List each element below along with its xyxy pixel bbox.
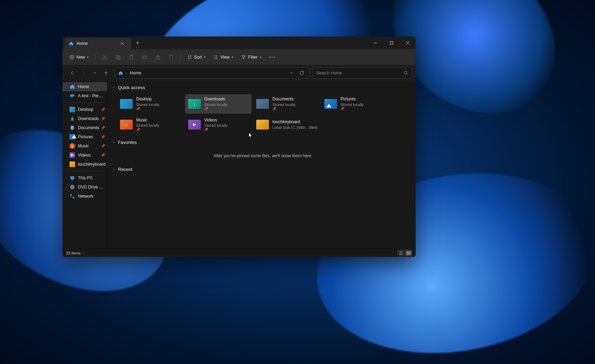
details-view-button[interactable]: [397, 250, 404, 256]
svg-point-3: [105, 58, 107, 59]
sidebar-item-thispc[interactable]: › This PC: [62, 173, 107, 183]
music-icon: [70, 143, 75, 149]
new-icon: [70, 55, 74, 60]
chevron-right-icon[interactable]: ›: [64, 194, 68, 198]
sidebar-item-touchkeyboard[interactable]: touchkeyboard: [62, 160, 107, 169]
address-bar[interactable]: › Home: [115, 67, 310, 79]
chevron-right-icon[interactable]: ›: [64, 185, 68, 189]
section-label: Quick access: [118, 85, 145, 90]
tab-close-button[interactable]: [117, 39, 127, 48]
quick-access-item-pictures[interactable]: PicturesStored locally📌: [322, 94, 388, 113]
svg-rect-0: [390, 41, 393, 44]
separator: [66, 102, 104, 103]
desktop-icon: [120, 99, 133, 109]
copy-icon: [115, 54, 121, 60]
view-button[interactable]: View ▾: [210, 53, 237, 62]
item-sublabel: Local Disk (C:)\Win...\Web: [272, 125, 318, 130]
quick-access-item-touchkeyboard[interactable]: touchkeyboardLocal Disk (C:)\Win...\Web: [253, 115, 319, 134]
sidebar-item-dvd[interactable]: › DVD Drive (D:) CCCOMA_X64FRE: [62, 183, 107, 192]
rename-button[interactable]: [138, 52, 151, 62]
cloud-icon: [70, 93, 75, 99]
svg-point-2: [103, 58, 104, 59]
plus-icon: [135, 41, 140, 45]
music-icon: [120, 120, 133, 130]
pictures-icon: [324, 99, 337, 109]
delete-button[interactable]: [165, 52, 178, 62]
chevron-right-icon[interactable]: ›: [64, 176, 68, 180]
section-recent[interactable]: › Recent: [110, 165, 416, 173]
search-box[interactable]: [312, 67, 412, 79]
recent-locations-button[interactable]: [90, 68, 100, 78]
filter-button[interactable]: Filter ▾: [238, 53, 265, 62]
documents-icon: [256, 99, 269, 109]
address-dropdown-button[interactable]: [287, 68, 296, 78]
new-label: New: [77, 55, 85, 60]
home-icon: [69, 41, 74, 46]
minimize-icon: [373, 41, 377, 45]
view-label: View: [220, 55, 230, 60]
item-sublabel: Stored locally: [341, 102, 364, 107]
quick-access-item-videos[interactable]: VideosStored locally📌: [185, 115, 251, 134]
section-favorites[interactable]: › Favorites: [110, 138, 416, 146]
sort-button[interactable]: Sort ▾: [184, 53, 209, 62]
paste-button[interactable]: [125, 52, 138, 62]
close-window-button[interactable]: [399, 37, 416, 49]
more-button[interactable]: [266, 54, 278, 60]
forward-button[interactable]: [79, 68, 88, 78]
breadcrumb-home[interactable]: Home: [130, 71, 141, 75]
sidebar-item-label: Videos: [78, 153, 91, 158]
quick-access-item-downloads[interactable]: DownloadsStored locally📌: [185, 94, 251, 113]
chevron-right-icon: ›: [112, 167, 116, 171]
new-button[interactable]: New ▾: [66, 53, 92, 62]
status-bar: 29 items |: [62, 249, 416, 257]
maximize-button[interactable]: [383, 37, 399, 49]
section-label: Favorites: [118, 140, 137, 145]
svg-point-13: [404, 71, 407, 74]
section-quick-access[interactable]: › Quick access: [110, 84, 416, 92]
sidebar-item-videos[interactable]: Videos 📌: [62, 151, 107, 160]
chevron-down-icon: [93, 71, 97, 75]
minimize-button[interactable]: [367, 37, 383, 49]
svg-rect-8: [143, 56, 147, 58]
sidebar-item-pictures[interactable]: Pictures 📌: [62, 132, 107, 141]
quick-access-item-desktop[interactable]: DesktopStored locally📌: [117, 94, 183, 113]
svg-rect-20: [73, 197, 74, 198]
chevron-down-icon: ›: [112, 140, 116, 145]
chevron-right-icon[interactable]: ›: [64, 94, 68, 98]
sidebar-item-downloads[interactable]: Downloads 📌: [62, 114, 107, 123]
tab-title: Home: [77, 41, 114, 46]
sidebar-item-onedrive[interactable]: › A test - Personal: [62, 91, 107, 100]
delete-icon: [168, 54, 174, 60]
body: Home › A test - Personal Desktop 📌 Downl…: [62, 81, 416, 249]
sidebar-item-home[interactable]: Home: [62, 82, 107, 91]
close-icon: [406, 41, 410, 45]
copy-button[interactable]: [112, 52, 124, 62]
sidebar-item-desktop[interactable]: Desktop 📌: [62, 105, 107, 114]
videos-icon: [188, 120, 201, 130]
new-tab-button[interactable]: [131, 37, 144, 49]
pin-icon: 📌: [101, 108, 105, 111]
sidebar-item-label: touchkeyboard: [78, 162, 106, 167]
sidebar-item-music[interactable]: Music 📌: [62, 141, 107, 151]
share-button[interactable]: [152, 52, 164, 62]
cut-button[interactable]: [98, 52, 111, 62]
quick-access-item-documents[interactable]: DocumentsStored locally📌: [253, 94, 319, 113]
sort-label: Sort: [194, 55, 202, 60]
sidebar-item-label: A test - Personal: [78, 93, 104, 98]
tab-home[interactable]: Home: [65, 38, 131, 49]
back-button[interactable]: [67, 68, 77, 78]
quick-access-item-music[interactable]: MusicStored locally📌: [117, 115, 183, 134]
search-input[interactable]: [316, 71, 403, 75]
item-name: Videos: [204, 118, 227, 123]
refresh-button[interactable]: [297, 68, 306, 78]
disc-icon: [70, 184, 75, 190]
chevron-down-icon: ›: [112, 86, 116, 90]
thumbnails-view-button[interactable]: [405, 250, 412, 256]
folder-icon: [256, 120, 269, 130]
up-button[interactable]: [101, 68, 111, 78]
rename-icon: [142, 54, 147, 60]
pin-icon: 📌: [101, 126, 105, 130]
list-icon: [399, 251, 403, 255]
sidebar-item-documents[interactable]: Documents 📌: [62, 123, 107, 132]
sidebar-item-network[interactable]: › Network: [62, 192, 107, 201]
